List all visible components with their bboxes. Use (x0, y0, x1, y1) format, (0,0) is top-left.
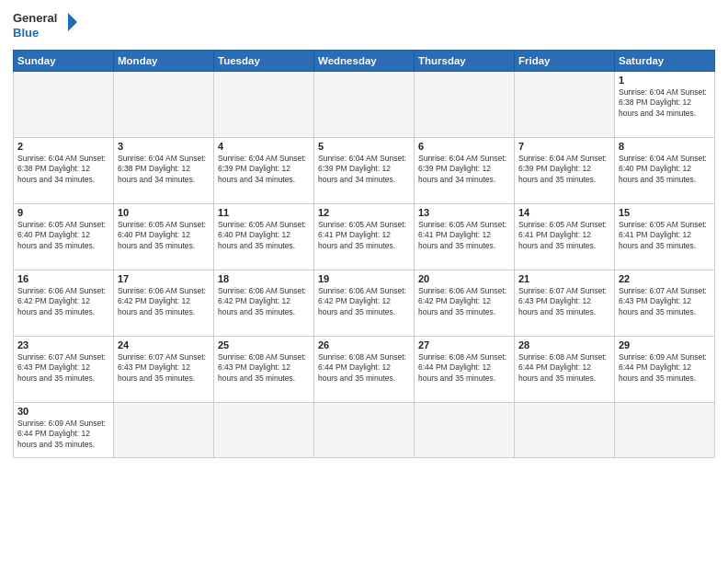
calendar-cell: 30Sunrise: 6:09 AM Sunset: 6:44 PM Dayli… (14, 403, 114, 458)
day-info: Sunrise: 6:05 AM Sunset: 6:40 PM Dayligh… (17, 220, 109, 251)
calendar-cell: 23Sunrise: 6:07 AM Sunset: 6:43 PM Dayli… (14, 337, 114, 403)
calendar-cell (515, 72, 615, 138)
day-info: Sunrise: 6:04 AM Sunset: 6:40 PM Dayligh… (619, 154, 711, 185)
day-number: 3 (118, 141, 210, 152)
day-info: Sunrise: 6:04 AM Sunset: 6:38 PM Dayligh… (17, 154, 109, 185)
day-number: 28 (518, 339, 610, 350)
day-info: Sunrise: 6:07 AM Sunset: 6:43 PM Dayligh… (619, 286, 711, 317)
calendar-cell: 25Sunrise: 6:08 AM Sunset: 6:43 PM Dayli… (214, 337, 314, 403)
day-info: Sunrise: 6:08 AM Sunset: 6:44 PM Dayligh… (318, 352, 410, 384)
calendar-cell: 8Sunrise: 6:04 AM Sunset: 6:40 PM Daylig… (615, 138, 715, 204)
calendar-cell: 28Sunrise: 6:08 AM Sunset: 6:44 PM Dayli… (515, 337, 615, 403)
day-number: 21 (518, 273, 610, 284)
calendar-cell (314, 403, 415, 458)
calendar-cell: 7Sunrise: 6:04 AM Sunset: 6:39 PM Daylig… (515, 138, 615, 204)
calendar-week-row: 9Sunrise: 6:05 AM Sunset: 6:40 PM Daylig… (14, 204, 715, 270)
calendar-week-row: 30Sunrise: 6:09 AM Sunset: 6:44 PM Dayli… (14, 403, 715, 458)
day-info: Sunrise: 6:08 AM Sunset: 6:43 PM Dayligh… (218, 352, 310, 384)
calendar-cell: 26Sunrise: 6:08 AM Sunset: 6:44 PM Dayli… (314, 337, 415, 403)
calendar-cell: 5Sunrise: 6:04 AM Sunset: 6:39 PM Daylig… (314, 138, 415, 204)
day-number: 11 (218, 207, 310, 218)
day-info: Sunrise: 6:07 AM Sunset: 6:43 PM Dayligh… (17, 352, 109, 384)
calendar-cell (114, 72, 214, 138)
calendar-cell: 24Sunrise: 6:07 AM Sunset: 6:43 PM Dayli… (114, 337, 214, 403)
calendar-cell (415, 72, 515, 138)
day-info: Sunrise: 6:05 AM Sunset: 6:41 PM Dayligh… (518, 220, 610, 251)
day-info: Sunrise: 6:06 AM Sunset: 6:42 PM Dayligh… (418, 286, 510, 317)
weekday-header-wednesday: Wednesday (314, 51, 415, 72)
day-number: 15 (619, 207, 711, 218)
generalblue-logo: General Blue (13, 9, 77, 42)
day-info: Sunrise: 6:05 AM Sunset: 6:40 PM Dayligh… (118, 220, 210, 251)
weekday-header-tuesday: Tuesday (214, 51, 314, 72)
day-info: Sunrise: 6:06 AM Sunset: 6:42 PM Dayligh… (318, 286, 410, 317)
day-number: 26 (318, 339, 410, 350)
day-number: 27 (418, 339, 510, 350)
day-number: 18 (218, 273, 310, 284)
day-number: 25 (218, 339, 310, 350)
day-info: Sunrise: 6:04 AM Sunset: 6:39 PM Dayligh… (518, 154, 610, 185)
weekday-header-thursday: Thursday (415, 51, 515, 72)
day-number: 17 (118, 273, 210, 284)
page-container: General Blue SundayMondayTuesdayWednesda… (0, 0, 728, 464)
calendar-week-row: 16Sunrise: 6:06 AM Sunset: 6:42 PM Dayli… (14, 270, 715, 337)
day-number: 2 (17, 141, 109, 152)
day-number: 10 (118, 207, 210, 218)
day-info: Sunrise: 6:05 AM Sunset: 6:41 PM Dayligh… (619, 220, 711, 251)
day-number: 12 (318, 207, 410, 218)
day-number: 13 (418, 207, 510, 218)
calendar-cell: 11Sunrise: 6:05 AM Sunset: 6:40 PM Dayli… (214, 204, 314, 270)
day-info: Sunrise: 6:05 AM Sunset: 6:41 PM Dayligh… (318, 220, 410, 251)
day-number: 4 (218, 141, 310, 152)
weekday-header-row: SundayMondayTuesdayWednesdayThursdayFrid… (14, 51, 715, 72)
calendar-cell: 12Sunrise: 6:05 AM Sunset: 6:41 PM Dayli… (314, 204, 415, 270)
day-number: 6 (418, 141, 510, 152)
calendar-cell (515, 403, 615, 458)
calendar-week-row: 2Sunrise: 6:04 AM Sunset: 6:38 PM Daylig… (14, 138, 715, 204)
day-info: Sunrise: 6:04 AM Sunset: 6:39 PM Dayligh… (318, 154, 410, 185)
weekday-header-friday: Friday (515, 51, 615, 72)
calendar-cell (615, 403, 715, 458)
day-info: Sunrise: 6:06 AM Sunset: 6:42 PM Dayligh… (218, 286, 310, 317)
day-number: 5 (318, 141, 410, 152)
day-number: 20 (418, 273, 510, 284)
weekday-header-sunday: Sunday (14, 51, 114, 72)
calendar-cell: 2Sunrise: 6:04 AM Sunset: 6:38 PM Daylig… (14, 138, 114, 204)
calendar-cell: 29Sunrise: 6:09 AM Sunset: 6:44 PM Dayli… (615, 337, 715, 403)
calendar-cell: 27Sunrise: 6:08 AM Sunset: 6:44 PM Dayli… (415, 337, 515, 403)
day-info: Sunrise: 6:06 AM Sunset: 6:42 PM Dayligh… (118, 286, 210, 317)
calendar-cell: 4Sunrise: 6:04 AM Sunset: 6:39 PM Daylig… (214, 138, 314, 204)
day-info: Sunrise: 6:04 AM Sunset: 6:39 PM Dayligh… (218, 154, 310, 185)
day-number: 1 (619, 75, 711, 86)
calendar-cell: 1Sunrise: 6:04 AM Sunset: 6:38 PM Daylig… (615, 72, 715, 138)
day-info: Sunrise: 6:08 AM Sunset: 6:44 PM Dayligh… (418, 352, 510, 384)
day-number: 22 (619, 273, 711, 284)
calendar-cell: 16Sunrise: 6:06 AM Sunset: 6:42 PM Dayli… (14, 270, 114, 337)
logo: General Blue (13, 9, 77, 42)
calendar-cell (14, 72, 114, 138)
day-number: 8 (619, 141, 711, 152)
calendar-cell (214, 403, 314, 458)
day-info: Sunrise: 6:04 AM Sunset: 6:39 PM Dayligh… (418, 154, 510, 185)
calendar-cell: 6Sunrise: 6:04 AM Sunset: 6:39 PM Daylig… (415, 138, 515, 204)
calendar-cell: 18Sunrise: 6:06 AM Sunset: 6:42 PM Dayli… (214, 270, 314, 337)
day-number: 30 (17, 406, 109, 417)
day-number: 14 (518, 207, 610, 218)
day-number: 7 (518, 141, 610, 152)
calendar-cell: 17Sunrise: 6:06 AM Sunset: 6:42 PM Dayli… (114, 270, 214, 337)
day-number: 19 (318, 273, 410, 284)
calendar-cell: 9Sunrise: 6:05 AM Sunset: 6:40 PM Daylig… (14, 204, 114, 270)
svg-text:Blue: Blue (13, 26, 39, 40)
day-number: 9 (17, 207, 109, 218)
day-info: Sunrise: 6:09 AM Sunset: 6:44 PM Dayligh… (619, 352, 711, 384)
calendar-cell: 19Sunrise: 6:06 AM Sunset: 6:42 PM Dayli… (314, 270, 415, 337)
calendar-week-row: 1Sunrise: 6:04 AM Sunset: 6:38 PM Daylig… (14, 72, 715, 138)
calendar-week-row: 23Sunrise: 6:07 AM Sunset: 6:43 PM Dayli… (14, 337, 715, 403)
day-info: Sunrise: 6:06 AM Sunset: 6:42 PM Dayligh… (17, 286, 109, 317)
day-info: Sunrise: 6:05 AM Sunset: 6:41 PM Dayligh… (418, 220, 510, 251)
calendar-cell: 21Sunrise: 6:07 AM Sunset: 6:43 PM Dayli… (515, 270, 615, 337)
calendar-cell: 14Sunrise: 6:05 AM Sunset: 6:41 PM Dayli… (515, 204, 615, 270)
weekday-header-saturday: Saturday (615, 51, 715, 72)
day-number: 16 (17, 273, 109, 284)
header: General Blue (13, 9, 715, 42)
